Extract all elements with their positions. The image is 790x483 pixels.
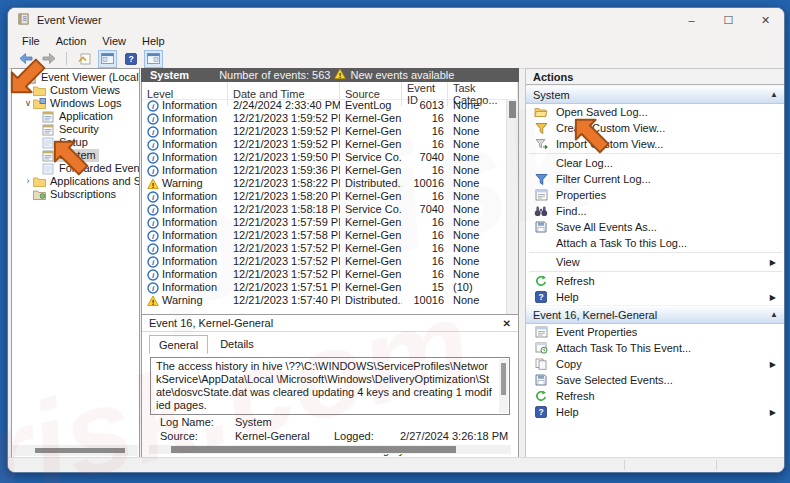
action-label: Save Selected Events... [556,374,673,386]
forward-button[interactable] [39,50,58,68]
action-label: Help [556,291,579,303]
events-vertical-scrollbar[interactable] [506,99,518,314]
sidebar-item-windows-logs[interactable]: ∨ Windows Logs [12,97,139,110]
content-area: Event Viewer (Local) › Custom Views ∨ Wi… [8,68,784,458]
help-button[interactable]: ? [121,50,140,68]
event-row[interactable]: !Warning 12/21/2023 1:58:22 PM Distribut… [142,177,507,190]
back-button[interactable] [16,50,35,68]
menu-action[interactable]: Action [48,35,95,47]
event-row[interactable]: iInformation 12/21/2023 1:59:36 PM Kerne… [142,164,507,177]
sidebar-item-custom-views[interactable]: › Custom Views [12,84,139,97]
event-row[interactable]: iInformation 12/21/2023 1:57:58 PM Kerne… [142,229,507,242]
minimize-button[interactable]: – [673,8,710,32]
action-event-properties[interactable]: Event Properties [526,324,785,340]
close-icon[interactable]: ✕ [503,318,511,329]
submenu-arrow-icon: ▶ [770,360,785,369]
action-create-custom-view[interactable]: Create Custom View... [526,120,785,136]
sidebar-item-applications-and-services-log[interactable]: › Applications and Services Log [12,175,139,188]
sidebar-item-label: System [56,149,99,162]
info-icon: i [147,100,159,112]
open-folder-icon [533,105,549,119]
event-viewer-icon [24,72,38,84]
sidebar-item-security[interactable]: Security [12,123,139,136]
action-import-custom-view[interactable]: Import Custom View... [526,136,785,152]
event-row[interactable]: !Warning 12/21/2023 1:57:40 PM Distribut… [142,294,507,307]
sidebar-item-forwarded-events[interactable]: Forwarded Events [12,162,139,175]
action-clear-log[interactable]: Clear Log... [526,155,785,171]
chevron-right-icon[interactable]: › [23,84,33,97]
collapse-icon[interactable]: ▲ [770,90,778,99]
sidebar-item-event-viewer-local[interactable]: Event Viewer (Local) [12,71,139,84]
properties-window-button[interactable] [98,50,117,68]
refresh-icon [533,274,549,288]
event-row[interactable]: iInformation 12/21/2023 1:57:52 PM Kerne… [142,242,507,255]
icon-spacer [533,236,549,250]
tab-details[interactable]: Details [210,334,264,353]
action-open-saved-log[interactable]: Open Saved Log... [526,104,785,120]
action-attach-a-task-to-this-log[interactable]: Attach a Task To this Log... [526,235,785,251]
toolbar: ? [8,49,784,69]
event-row[interactable]: iInformation 12/21/2023 1:59:52 PM Kerne… [142,125,507,138]
event-row[interactable]: iInformation 2/24/2024 2:33:40 PM EventL… [142,99,507,112]
action-save-all-events-as[interactable]: Save All Events As... [526,219,785,235]
action-label: Attach a Task To this Log... [556,237,687,249]
new-events-icon: ! [334,68,346,82]
action-pane-toggle-button[interactable] [144,50,163,68]
chevron-right-icon[interactable]: › [23,175,33,188]
event-row[interactable]: iInformation 12/21/2023 1:57:52 PM Kerne… [142,255,507,268]
action-properties[interactable]: Properties [526,187,785,203]
import-icon [533,137,549,151]
sidebar-item-system[interactable]: System [12,149,139,162]
menu-file[interactable]: File [14,35,48,47]
event-row[interactable]: iInformation 12/21/2023 1:57:59 PM Kerne… [142,216,507,229]
event-row[interactable]: iInformation 12/21/2023 1:59:52 PM Kerne… [142,112,507,125]
actions-section-event-16-kernel-general[interactable]: Event 16, Kernel-General ▲ [526,305,785,324]
actions-panel: Actions System ▲ Open Saved Log... Creat… [525,68,785,458]
copy-icon [533,357,549,371]
console-tree-toggle-button[interactable] [75,50,94,68]
submenu-arrow-icon: ▶ [770,258,785,267]
action-refresh[interactable]: Refresh [526,273,785,289]
action-label: View [556,256,580,268]
action-copy[interactable]: Copy ▶ [526,356,785,372]
tree-horizontal-scrollbar[interactable] [13,445,138,456]
action-help[interactable]: ? Help ▶ [526,289,785,305]
action-save-selected-events[interactable]: Save Selected Events... [526,372,785,388]
action-view[interactable]: View ▶ [526,254,785,270]
detail-horizontal-scrollbar[interactable] [149,445,511,454]
event-row[interactable]: iInformation 12/21/2023 1:57:52 PM Kerne… [142,268,507,281]
maximize-button[interactable]: ☐ [710,8,747,32]
action-help[interactable]: ? Help ▶ [526,404,785,420]
action-label: Refresh [556,275,595,287]
sidebar-item-application[interactable]: Application [12,110,139,123]
events-panel: System Number of events: 563 ! New event… [141,68,519,458]
event-row[interactable]: iInformation 12/21/2023 1:58:20 PM Kerne… [142,190,507,203]
event-row[interactable]: iInformation 12/21/2023 1:57:51 PM Kerne… [142,281,507,294]
sidebar-item-setup[interactable]: Setup [12,136,139,149]
action-refresh[interactable]: Refresh [526,388,785,404]
event-row[interactable]: iInformation 12/21/2023 1:59:50 PM Servi… [142,151,507,164]
action-filter-current-log[interactable]: Filter Current Log... [526,171,785,187]
detail-tabs: General Details [142,332,518,353]
actions-section-system[interactable]: System ▲ [526,85,785,104]
log-icon [42,150,56,162]
action-attach-task-to-this-event[interactable]: Attach Task To This Event... [526,340,785,356]
window-title: Event Viewer [37,14,102,26]
close-button[interactable]: ✕ [747,8,784,32]
event-row[interactable]: iInformation 12/21/2023 1:59:52 PM Kerne… [142,138,507,151]
action-label: Refresh [556,390,595,402]
menu-view[interactable]: View [94,35,134,47]
icon-spacer [533,255,549,269]
collapse-icon[interactable]: ▲ [770,310,778,319]
action-find[interactable]: Find... [526,203,785,219]
sidebar-item-subscriptions[interactable]: Subscriptions [12,188,139,201]
log-name-value: System [235,415,272,429]
chevron-down-icon[interactable]: ∨ [23,97,33,110]
menu-help[interactable]: Help [134,35,173,47]
description-scrollbar[interactable] [499,359,508,413]
svg-text:!: ! [339,71,342,80]
tab-general[interactable]: General [149,335,208,354]
properties-icon [533,188,549,202]
event-row[interactable]: iInformation 12/21/2023 1:58:18 PM Servi… [142,203,507,216]
submenu-arrow-icon: ▶ [770,408,785,417]
